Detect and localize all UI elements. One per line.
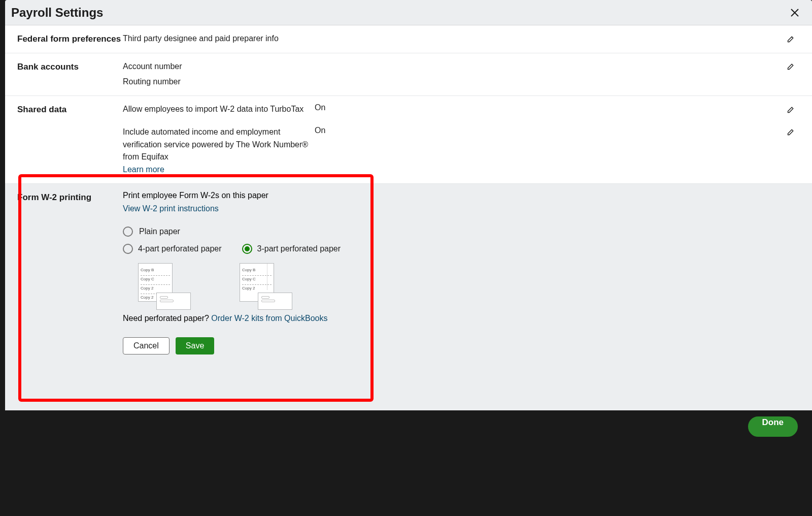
radio-label: 4-part perforated paper: [138, 244, 222, 253]
row-text: Routing number: [123, 76, 797, 88]
section-shared-data: Shared data Allow employees to import W-…: [5, 96, 812, 184]
row-text: Include automated income and employment …: [123, 126, 315, 176]
edit-button[interactable]: [785, 103, 797, 115]
section-form-w2-printing: Form W-2 printing Print employee Form W-…: [5, 184, 812, 375]
modal-title: Payroll Settings: [11, 6, 103, 20]
need-paper-row: Need perforated paper? Order W-2 kits fr…: [123, 314, 797, 323]
section-label: Bank accounts: [17, 60, 123, 89]
row-text: Third party designee and paid preparer i…: [123, 33, 785, 45]
preview-label: Copy C: [141, 276, 170, 285]
radio-plain-paper[interactable]: [123, 227, 133, 237]
preview-mini: [258, 293, 292, 310]
pencil-icon: [787, 105, 795, 114]
modal-header: Payroll Settings: [5, 0, 812, 25]
radio-4part[interactable]: [123, 244, 133, 254]
learn-more-link[interactable]: Learn more: [123, 165, 164, 174]
preview-label: Copy B: [141, 267, 170, 276]
modal-footer: Done: [5, 410, 812, 442]
done-button[interactable]: Done: [748, 416, 798, 437]
close-icon: [790, 8, 799, 17]
close-button[interactable]: [788, 6, 802, 20]
paper-previews: Copy B Copy C Copy 2 Copy 2: [138, 263, 797, 302]
edit-button[interactable]: [785, 60, 797, 73]
w2-prompt: Print employee Form W-2s on this paper: [123, 191, 797, 200]
section-bank-accounts: Bank accounts Account number Routing num…: [5, 53, 812, 96]
order-kits-link[interactable]: Order W-2 kits from QuickBooks: [211, 314, 327, 322]
w2-instructions-link[interactable]: View W-2 print instructions: [123, 204, 219, 213]
need-paper-text: Need perforated paper?: [123, 314, 211, 322]
section-label: Federal form preferences: [17, 33, 123, 46]
row-text: Account number: [123, 60, 785, 73]
edit-button[interactable]: [785, 33, 797, 45]
pencil-icon: [787, 62, 795, 71]
modal-content: Federal form preferences Third party des…: [5, 25, 812, 375]
radio-label: Plain paper: [139, 227, 180, 236]
section-federal-form-preferences: Federal form preferences Third party des…: [5, 25, 812, 53]
row-text-span: Include automated income and employment …: [123, 127, 308, 162]
section-label: Shared data: [17, 103, 123, 176]
radio-label: 3-part perforated paper: [257, 244, 341, 253]
pencil-icon: [787, 127, 795, 136]
section-label: Form W-2 printing: [17, 191, 123, 354]
save-button[interactable]: Save: [176, 337, 214, 354]
payroll-settings-modal: Payroll Settings Federal form preference…: [5, 0, 812, 410]
row-value: On: [315, 126, 325, 135]
preview-mini: [156, 293, 191, 310]
cancel-button[interactable]: Cancel: [123, 337, 170, 354]
row-text: Allow employees to import W-2 data into …: [123, 103, 315, 116]
page-root: Payroll Settings Federal form preference…: [0, 0, 812, 516]
radio-3part[interactable]: [242, 244, 252, 254]
edit-button[interactable]: [785, 126, 797, 138]
pencil-icon: [787, 35, 795, 43]
row-value: On: [315, 103, 325, 112]
